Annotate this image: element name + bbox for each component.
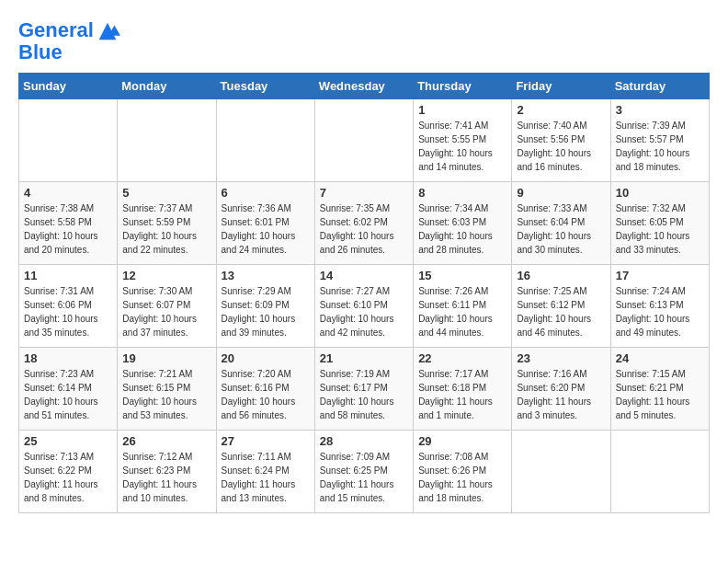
calendar-cell: 15Sunrise: 7:26 AM Sunset: 6:11 PM Dayli… [414,265,512,348]
calendar-cell: 13Sunrise: 7:29 AM Sunset: 6:09 PM Dayli… [216,265,314,348]
day-number: 26 [122,434,210,448]
day-info: Sunrise: 7:35 AM Sunset: 6:02 PM Dayligh… [320,201,408,257]
column-header-friday: Friday [512,74,610,99]
calendar-cell: 14Sunrise: 7:27 AM Sunset: 6:10 PM Dayli… [314,265,413,348]
day-number: 28 [320,434,408,448]
calendar-cell: 5Sunrise: 7:37 AM Sunset: 5:59 PM Daylig… [118,182,216,265]
day-info: Sunrise: 7:37 AM Sunset: 5:59 PM Dayligh… [122,201,210,257]
calendar-cell: 26Sunrise: 7:12 AM Sunset: 6:23 PM Dayli… [118,431,216,513]
day-number: 10 [616,186,704,200]
calendar-cell: 24Sunrise: 7:15 AM Sunset: 6:21 PM Dayli… [610,348,709,431]
day-info: Sunrise: 7:26 AM Sunset: 6:11 PM Dayligh… [418,284,506,339]
day-number: 17 [616,269,704,282]
logo: General Blue [18,18,121,63]
day-number: 14 [320,269,408,282]
calendar-cell: 22Sunrise: 7:17 AM Sunset: 6:18 PM Dayli… [414,348,512,431]
day-number: 21 [320,351,408,365]
calendar-cell: 9Sunrise: 7:33 AM Sunset: 6:04 PM Daylig… [512,182,610,265]
day-info: Sunrise: 7:24 AM Sunset: 6:13 PM Dayligh… [616,284,704,339]
calendar-cell: 6Sunrise: 7:36 AM Sunset: 6:01 PM Daylig… [216,182,314,265]
calendar-cell: 29Sunrise: 7:08 AM Sunset: 6:26 PM Dayli… [414,431,512,513]
day-info: Sunrise: 7:08 AM Sunset: 6:26 PM Dayligh… [418,450,506,505]
day-number: 18 [24,351,112,365]
day-number: 27 [222,434,310,448]
day-info: Sunrise: 7:21 AM Sunset: 6:15 PM Dayligh… [122,367,210,422]
day-number: 9 [517,186,605,200]
column-header-tuesday: Tuesday [216,74,314,99]
calendar-cell [216,99,314,182]
day-number: 5 [122,186,210,200]
calendar-cell: 16Sunrise: 7:25 AM Sunset: 6:12 PM Dayli… [512,265,610,348]
calendar-cell [19,99,118,182]
column-header-thursday: Thursday [414,74,512,99]
day-info: Sunrise: 7:36 AM Sunset: 6:01 PM Dayligh… [222,201,310,257]
day-info: Sunrise: 7:41 AM Sunset: 5:55 PM Dayligh… [418,119,506,174]
calendar-cell: 3Sunrise: 7:39 AM Sunset: 5:57 PM Daylig… [610,99,709,182]
day-info: Sunrise: 7:15 AM Sunset: 6:21 PM Dayligh… [616,367,704,422]
day-info: Sunrise: 7:11 AM Sunset: 6:24 PM Dayligh… [222,450,310,505]
calendar-cell: 18Sunrise: 7:23 AM Sunset: 6:14 PM Dayli… [19,348,118,431]
day-info: Sunrise: 7:39 AM Sunset: 5:57 PM Dayligh… [616,119,704,174]
day-info: Sunrise: 7:16 AM Sunset: 6:20 PM Dayligh… [517,367,605,422]
day-number: 3 [616,103,704,117]
day-info: Sunrise: 7:40 AM Sunset: 5:56 PM Dayligh… [517,119,605,174]
calendar-cell: 2Sunrise: 7:40 AM Sunset: 5:56 PM Daylig… [512,99,610,182]
day-number: 1 [418,103,506,117]
calendar-cell: 21Sunrise: 7:19 AM Sunset: 6:17 PM Dayli… [314,348,413,431]
column-header-saturday: Saturday [610,74,709,99]
day-info: Sunrise: 7:33 AM Sunset: 6:04 PM Dayligh… [517,201,605,257]
day-number: 24 [616,351,704,365]
day-number: 20 [222,351,310,365]
calendar-cell: 8Sunrise: 7:34 AM Sunset: 6:03 PM Daylig… [414,182,512,265]
calendar-cell: 23Sunrise: 7:16 AM Sunset: 6:20 PM Dayli… [512,348,610,431]
day-number: 16 [517,269,605,282]
calendar-cell: 28Sunrise: 7:09 AM Sunset: 6:25 PM Dayli… [314,431,413,513]
day-info: Sunrise: 7:25 AM Sunset: 6:12 PM Dayligh… [517,284,605,339]
day-info: Sunrise: 7:23 AM Sunset: 6:14 PM Dayligh… [24,367,112,422]
day-info: Sunrise: 7:27 AM Sunset: 6:10 PM Dayligh… [320,284,408,339]
column-header-monday: Monday [118,74,216,99]
day-info: Sunrise: 7:32 AM Sunset: 6:05 PM Dayligh… [616,201,704,257]
day-info: Sunrise: 7:17 AM Sunset: 6:18 PM Dayligh… [418,367,506,422]
day-info: Sunrise: 7:38 AM Sunset: 5:58 PM Dayligh… [24,201,112,257]
day-info: Sunrise: 7:34 AM Sunset: 6:03 PM Dayligh… [418,201,506,257]
calendar-table: SundayMondayTuesdayWednesdayThursdayFrid… [18,73,710,513]
day-number: 11 [24,269,112,282]
calendar-cell [610,431,709,513]
calendar-cell: 17Sunrise: 7:24 AM Sunset: 6:13 PM Dayli… [610,265,709,348]
day-number: 15 [418,269,506,282]
day-number: 13 [222,269,310,282]
calendar-cell: 11Sunrise: 7:31 AM Sunset: 6:06 PM Dayli… [19,265,118,348]
day-number: 7 [320,186,408,200]
day-number: 4 [24,186,112,200]
calendar-cell: 7Sunrise: 7:35 AM Sunset: 6:02 PM Daylig… [314,182,413,265]
page-header: General Blue [18,18,710,63]
day-info: Sunrise: 7:29 AM Sunset: 6:09 PM Dayligh… [222,284,310,339]
calendar-cell: 19Sunrise: 7:21 AM Sunset: 6:15 PM Dayli… [118,348,216,431]
day-number: 19 [122,351,210,365]
day-info: Sunrise: 7:13 AM Sunset: 6:22 PM Dayligh… [24,450,112,505]
calendar-cell: 12Sunrise: 7:30 AM Sunset: 6:07 PM Dayli… [118,265,216,348]
day-number: 29 [418,434,506,448]
calendar-cell: 27Sunrise: 7:11 AM Sunset: 6:24 PM Dayli… [216,431,314,513]
day-number: 12 [122,269,210,282]
day-info: Sunrise: 7:20 AM Sunset: 6:16 PM Dayligh… [222,367,310,422]
column-header-wednesday: Wednesday [314,74,413,99]
day-info: Sunrise: 7:31 AM Sunset: 6:06 PM Dayligh… [24,284,112,339]
day-info: Sunrise: 7:09 AM Sunset: 6:25 PM Dayligh… [320,450,408,505]
calendar-cell: 20Sunrise: 7:20 AM Sunset: 6:16 PM Dayli… [216,348,314,431]
day-info: Sunrise: 7:19 AM Sunset: 6:17 PM Dayligh… [320,367,408,422]
calendar-cell: 10Sunrise: 7:32 AM Sunset: 6:05 PM Dayli… [610,182,709,265]
day-number: 23 [517,351,605,365]
day-number: 6 [222,186,310,200]
day-info: Sunrise: 7:30 AM Sunset: 6:07 PM Dayligh… [122,284,210,339]
day-number: 25 [24,434,112,448]
day-number: 2 [517,103,605,117]
day-number: 8 [418,186,506,200]
calendar-cell [512,431,610,513]
day-number: 22 [418,351,506,365]
calendar-cell [314,99,413,182]
day-info: Sunrise: 7:12 AM Sunset: 6:23 PM Dayligh… [122,450,210,505]
calendar-cell: 4Sunrise: 7:38 AM Sunset: 5:58 PM Daylig… [19,182,118,265]
column-header-sunday: Sunday [19,74,118,99]
